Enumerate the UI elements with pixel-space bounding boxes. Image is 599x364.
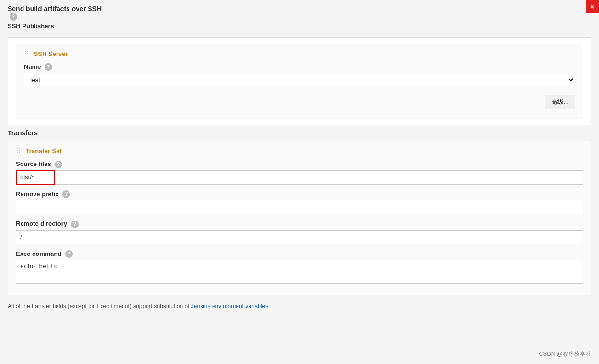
page-title: Send build artifacts over SSH <box>8 5 591 12</box>
ssh-publishers-label: SSH Publishers <box>0 22 599 33</box>
transfers-section: Transfers ⠿ Transfer Set Source files ? … <box>8 129 591 295</box>
footer-note-prefix: All of the transfer fields (except for E… <box>8 303 191 309</box>
exec-command-label-text: Exec command <box>16 250 61 257</box>
source-files-help-icon[interactable]: ? <box>55 161 62 168</box>
remote-directory-help-icon[interactable]: ? <box>71 221 79 228</box>
drag-handle-ssh: ⠿ <box>24 50 29 57</box>
transfers-title: Transfers <box>8 129 591 137</box>
ssh-server-card: ⠿ SSH Server Name ? test 高级... <box>8 37 591 126</box>
page-header: Send build artifacts over SSH ? <box>0 0 599 22</box>
page-help-icon[interactable]: ? <box>10 13 17 21</box>
main-container: × Send build artifacts over SSH ? SSH Pu… <box>0 0 599 364</box>
advanced-row: 高级... <box>24 91 575 113</box>
close-icon: × <box>590 3 594 11</box>
exec-command-wrapper: echo hello <box>16 260 583 285</box>
remove-prefix-help-icon[interactable]: ? <box>62 190 70 198</box>
name-field-label: Name ? <box>24 63 575 71</box>
remove-prefix-input[interactable] <box>16 200 583 214</box>
drag-handle-transfer: ⠿ <box>16 147 21 154</box>
transfer-set-card: ⠿ Transfer Set Source files ? Remove pre… <box>8 141 591 295</box>
footer-note: All of the transfer fields (except for E… <box>0 299 599 313</box>
name-select-wrapper: test <box>24 73 575 87</box>
source-files-label-text: Source files <box>16 160 51 167</box>
jenkins-env-vars-link[interactable]: Jenkins environment variables <box>191 303 268 309</box>
transfer-set-title: Transfer Set <box>26 147 62 154</box>
source-files-input[interactable] <box>16 170 583 185</box>
remove-prefix-label: Remove prefix ? <box>16 190 583 199</box>
source-files-label: Source files ? <box>16 160 583 168</box>
exec-command-label: Exec command ? <box>16 250 583 258</box>
remote-directory-label-text: Remote directory <box>16 220 67 227</box>
remote-directory-label: Remote directory ? <box>16 220 583 228</box>
ssh-server-title: SSH Server <box>34 50 68 57</box>
transfer-set-title-row: ⠿ Transfer Set <box>16 147 583 154</box>
name-help-icon[interactable]: ? <box>45 63 52 71</box>
ssh-server-inner: ⠿ SSH Server Name ? test 高级... <box>16 44 583 120</box>
advanced-button[interactable]: 高级... <box>545 95 575 109</box>
remove-prefix-label-text: Remove prefix <box>16 190 59 198</box>
name-select[interactable]: test <box>24 73 575 87</box>
remote-directory-wrapper <box>16 230 583 244</box>
remote-directory-input[interactable] <box>16 230 583 244</box>
ssh-server-title-row: ⠿ SSH Server <box>24 50 575 57</box>
watermark: CSDN @程序猿学社 <box>539 350 591 358</box>
close-button[interactable]: × <box>586 0 599 13</box>
remove-prefix-wrapper <box>16 200 583 214</box>
exec-command-textarea[interactable]: echo hello <box>16 260 583 284</box>
source-files-wrapper <box>16 170 583 185</box>
exec-command-help-icon[interactable]: ? <box>65 250 73 258</box>
name-label-text: Name <box>24 63 41 70</box>
